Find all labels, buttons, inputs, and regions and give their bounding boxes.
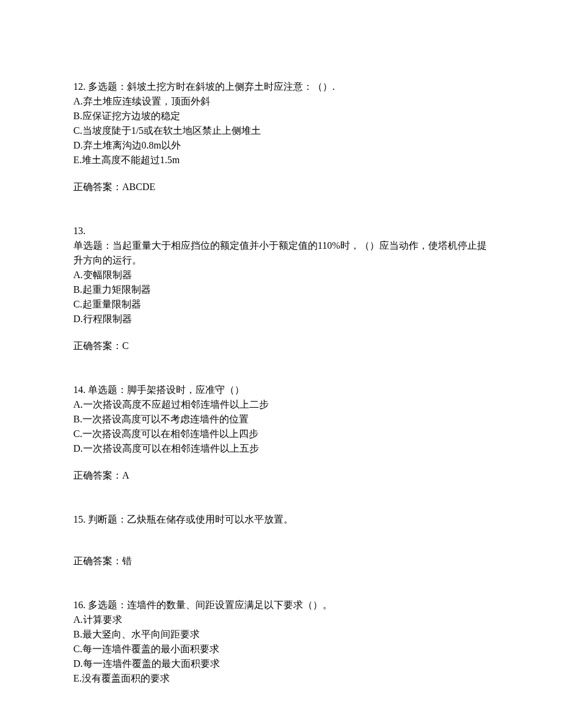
question-block: 16. 多选题：连墙件的数量、间距设置应满足以下要求（）。 A.计算要求 B.最… <box>73 598 489 686</box>
answer-line: 正确答案：C <box>73 339 489 353</box>
question-type: 判断题： <box>88 514 127 524</box>
question-type: 多选题： <box>88 600 127 610</box>
question-number: 16. <box>73 600 86 610</box>
question-option: A.弃土堆应连续设置，顶面外斜 <box>73 94 489 109</box>
question-option: B.一次搭设高度可以不考虑连墙件的位置 <box>73 412 489 427</box>
answer-label: 正确答案： <box>73 340 122 351</box>
question-option: A.计算要求 <box>73 612 489 627</box>
question-option: C.每一连墙件覆盖的最小面积要求 <box>73 642 489 656</box>
question-number-line: 13. <box>73 224 489 238</box>
question-stem-line: 15. 判断题：乙炔瓶在储存或使用时可以水平放置。 <box>73 512 489 527</box>
answer-line: 正确答案：ABCDE <box>73 180 489 194</box>
question-stem-line: 12. 多选题：斜坡土挖方时在斜坡的上侧弃土时应注意：（）. <box>73 79 489 94</box>
question-type: 多选题： <box>88 81 127 92</box>
question-option: D.每一连墙件覆盖的最大面积要求 <box>73 656 489 671</box>
question-option: B.应保证挖方边坡的稳定 <box>73 109 489 123</box>
answer-label: 正确答案： <box>73 556 122 566</box>
question-option: D.一次搭设高度可以在相邻连墙件以上五步 <box>73 441 489 456</box>
question-block: 14. 单选题：脚手架搭设时，应准守（） A.一次搭设高度不应超过相邻连墙件以上… <box>73 383 489 483</box>
answer-value: ABCDE <box>122 182 155 192</box>
answer-label: 正确答案： <box>73 182 122 192</box>
question-block: 13. 单选题：当起重量大于相应挡位的额定值并小于额定值的110%时，（）应当动… <box>73 224 489 353</box>
answer-line: 正确答案：错 <box>73 554 489 568</box>
question-option: C.起重量限制器 <box>73 297 489 312</box>
question-stem: 乙炔瓶在储存或使用时可以水平放置。 <box>127 514 293 524</box>
question-option: C.当坡度陡于1/5或在软土地区禁止上侧堆土 <box>73 123 489 138</box>
question-option: B.最大竖向、水平向间距要求 <box>73 627 489 642</box>
question-type: 单选题： <box>88 384 127 395</box>
answer-label: 正确答案： <box>73 470 122 480</box>
answer-value: A <box>122 470 130 480</box>
question-option: D.行程限制器 <box>73 312 489 326</box>
question-number: 14. <box>73 384 86 395</box>
question-stem-line: 单选题：当起重量大于相应挡位的额定值并小于额定值的110%时，（）应当动作，使塔… <box>73 238 489 268</box>
question-stem-line: 16. 多选题：连墙件的数量、间距设置应满足以下要求（）。 <box>73 598 489 612</box>
question-stem: 脚手架搭设时，应准守（） <box>127 384 244 395</box>
question-block: 12. 多选题：斜坡土挖方时在斜坡的上侧弃土时应注意：（）. A.弃土堆应连续设… <box>73 79 489 194</box>
question-option: C.一次搭设高度可以在相邻连墙件以上四步 <box>73 427 489 441</box>
question-option: A.一次搭设高度不应超过相邻连墙件以上二步 <box>73 397 489 412</box>
question-number: 12. <box>73 81 86 92</box>
question-option: D.弃土堆离沟边0.8m以外 <box>73 138 489 153</box>
question-stem: 斜坡土挖方时在斜坡的上侧弃土时应注意：（）. <box>127 81 335 92</box>
question-option: A.变幅限制器 <box>73 268 489 282</box>
answer-line: 正确答案：A <box>73 468 489 483</box>
answer-value: 错 <box>122 556 132 566</box>
question-option: E.没有覆盖面积的要求 <box>73 671 489 686</box>
question-stem: 当起重量大于相应挡位的额定值并小于额定值的110%时，（）应当动作，使塔机停止提… <box>73 240 487 265</box>
question-block: 15. 判断题：乙炔瓶在储存或使用时可以水平放置。 正确答案：错 <box>73 512 489 568</box>
question-stem-line: 14. 单选题：脚手架搭设时，应准守（） <box>73 383 489 397</box>
question-type: 单选题： <box>73 240 112 251</box>
answer-value: C <box>122 340 129 351</box>
question-number: 15. <box>73 514 86 524</box>
question-stem: 连墙件的数量、间距设置应满足以下要求（）。 <box>127 600 332 610</box>
question-option: B.起重力矩限制器 <box>73 282 489 297</box>
question-option: E.堆土高度不能超过1.5m <box>73 153 489 167</box>
